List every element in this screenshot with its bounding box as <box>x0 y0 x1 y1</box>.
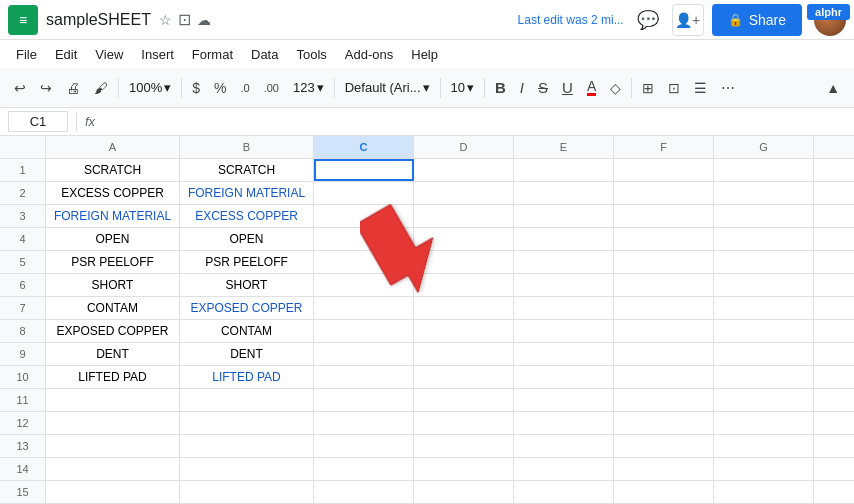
menu-view[interactable]: View <box>87 45 131 64</box>
cell-14-a[interactable] <box>46 458 180 480</box>
cell-12-a[interactable] <box>46 412 180 434</box>
cell-8-b[interactable]: CONTAM <box>180 320 314 342</box>
col-header-d[interactable]: D <box>414 136 514 158</box>
col-header-b[interactable]: B <box>180 136 314 158</box>
cell-6-b[interactable]: SHORT <box>180 274 314 296</box>
cell-11-a[interactable] <box>46 389 180 411</box>
fill-color-button[interactable]: ◇ <box>604 76 627 100</box>
cell-4-g[interactable] <box>714 228 814 250</box>
cell-1-a[interactable]: SCRATCH <box>46 159 180 181</box>
fontsize-dropdown[interactable]: 10 ▾ <box>445 78 480 97</box>
cell-3-a[interactable]: FOREIGN MATERIAL <box>46 205 180 227</box>
cell-7-a[interactable]: CONTAM <box>46 297 180 319</box>
cell-11-c[interactable] <box>314 389 414 411</box>
cell-13-f[interactable] <box>614 435 714 457</box>
cell-4-f[interactable] <box>614 228 714 250</box>
align-button[interactable]: ☰ <box>688 76 713 100</box>
col-header-e[interactable]: E <box>514 136 614 158</box>
currency-button[interactable]: $ <box>186 76 206 100</box>
cell-5-d[interactable] <box>414 251 514 273</box>
menu-addons[interactable]: Add-ons <box>337 45 401 64</box>
cell-14-b[interactable] <box>180 458 314 480</box>
cell-2-e[interactable] <box>514 182 614 204</box>
cell-15-a[interactable] <box>46 481 180 503</box>
cell-8-a[interactable]: EXPOSED COPPER <box>46 320 180 342</box>
share-button[interactable]: 🔒 Share <box>712 4 802 36</box>
text-color-button[interactable]: A <box>581 75 602 100</box>
col-header-a[interactable]: A <box>46 136 180 158</box>
cell-15-c[interactable] <box>314 481 414 503</box>
comment-button[interactable]: 💬 <box>632 4 664 36</box>
cell-6-a[interactable]: SHORT <box>46 274 180 296</box>
cell-7-b[interactable]: EXPOSED COPPER <box>180 297 314 319</box>
cell-10-c[interactable] <box>314 366 414 388</box>
cell-14-c[interactable] <box>314 458 414 480</box>
cell-6-f[interactable] <box>614 274 714 296</box>
cell-6-e[interactable] <box>514 274 614 296</box>
undo-button[interactable]: ↩ <box>8 76 32 100</box>
cell-14-d[interactable] <box>414 458 514 480</box>
cell-6-d[interactable] <box>414 274 514 296</box>
formula-input[interactable] <box>103 112 846 131</box>
cell-4-d[interactable] <box>414 228 514 250</box>
font-dropdown[interactable]: Default (Ari... ▾ <box>339 78 436 97</box>
cell-10-d[interactable] <box>414 366 514 388</box>
cell-2-b[interactable]: FOREIGN MATERIAL <box>180 182 314 204</box>
cell-13-c[interactable] <box>314 435 414 457</box>
cell-4-a[interactable]: OPEN <box>46 228 180 250</box>
cell-8-c[interactable] <box>314 320 414 342</box>
cell-2-c[interactable] <box>314 182 414 204</box>
cell-15-f[interactable] <box>614 481 714 503</box>
cell-1-g[interactable] <box>714 159 814 181</box>
cell-7-f[interactable] <box>614 297 714 319</box>
bold-button[interactable]: B <box>489 75 512 100</box>
cell-14-f[interactable] <box>614 458 714 480</box>
cell-7-g[interactable] <box>714 297 814 319</box>
cell-5-b[interactable]: PSR PEELOFF <box>180 251 314 273</box>
cell-1-c[interactable] <box>314 159 414 181</box>
cell-3-d[interactable] <box>414 205 514 227</box>
cell-3-f[interactable] <box>614 205 714 227</box>
cell-15-b[interactable] <box>180 481 314 503</box>
col-header-g[interactable]: G <box>714 136 814 158</box>
cell-9-d[interactable] <box>414 343 514 365</box>
cell-14-g[interactable] <box>714 458 814 480</box>
cell-1-e[interactable] <box>514 159 614 181</box>
cell-12-e[interactable] <box>514 412 614 434</box>
strikethrough-button[interactable]: S <box>532 75 554 100</box>
cell-3-g[interactable] <box>714 205 814 227</box>
cell-2-d[interactable] <box>414 182 514 204</box>
format-dropdown[interactable]: 123 ▾ <box>287 78 330 97</box>
cell-13-a[interactable] <box>46 435 180 457</box>
print-button[interactable]: 🖨 <box>60 76 86 100</box>
cell-13-e[interactable] <box>514 435 614 457</box>
history-button[interactable]: 👤+ <box>672 4 704 36</box>
cell-5-g[interactable] <box>714 251 814 273</box>
cell-14-e[interactable] <box>514 458 614 480</box>
cell-13-d[interactable] <box>414 435 514 457</box>
menu-data[interactable]: Data <box>243 45 286 64</box>
cell-11-b[interactable] <box>180 389 314 411</box>
col-header-c[interactable]: C <box>314 136 414 158</box>
cell-12-d[interactable] <box>414 412 514 434</box>
cell-10-b[interactable]: LIFTED PAD <box>180 366 314 388</box>
cell-9-a[interactable]: DENT <box>46 343 180 365</box>
cell-9-c[interactable] <box>314 343 414 365</box>
cell-15-e[interactable] <box>514 481 614 503</box>
cell-11-e[interactable] <box>514 389 614 411</box>
cell-11-f[interactable] <box>614 389 714 411</box>
merge-button[interactable]: ⊡ <box>662 76 686 100</box>
menu-file[interactable]: File <box>8 45 45 64</box>
cell-3-c[interactable] <box>314 205 414 227</box>
cell-5-c[interactable] <box>314 251 414 273</box>
borders-button[interactable]: ⊞ <box>636 76 660 100</box>
cell-8-d[interactable] <box>414 320 514 342</box>
cell-13-g[interactable] <box>714 435 814 457</box>
cell-10-g[interactable] <box>714 366 814 388</box>
cell-11-g[interactable] <box>714 389 814 411</box>
col-header-f[interactable]: F <box>614 136 714 158</box>
percent-button[interactable]: % <box>208 76 232 100</box>
cell-10-a[interactable]: LIFTED PAD <box>46 366 180 388</box>
cell-2-f[interactable] <box>614 182 714 204</box>
cell-4-e[interactable] <box>514 228 614 250</box>
